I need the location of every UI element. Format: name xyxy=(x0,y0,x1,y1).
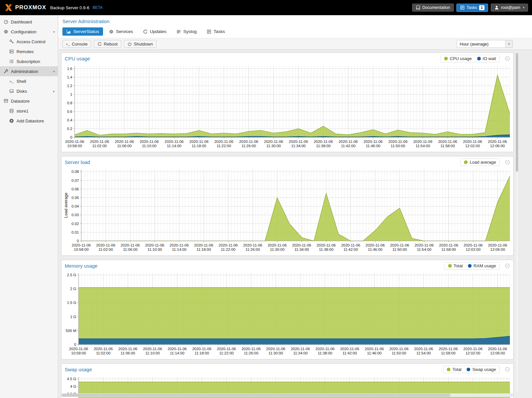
svg-text:0.05: 0.05 xyxy=(72,196,79,200)
console-button[interactable]: >_ Console xyxy=(62,40,91,48)
svg-text:2020-11-0611:26:00: 2020-11-0611:26:00 xyxy=(243,243,262,251)
svg-text:1.6: 1.6 xyxy=(67,67,72,71)
vertical-scrollbar[interactable] xyxy=(515,52,519,392)
beta-link[interactable]: BETA xyxy=(92,5,102,10)
svg-text:1.2: 1.2 xyxy=(67,84,72,88)
tab-label: Tasks xyxy=(214,29,225,34)
panel-title: CPU usage xyxy=(65,56,90,61)
svg-text:2020-11-0611:42:00: 2020-11-0611:42:00 xyxy=(338,140,358,148)
chart-legend: Load average xyxy=(460,158,500,166)
user-menu-button[interactable]: root@pam ▾ xyxy=(491,4,528,12)
sidebar-item-access-control[interactable]: Access Control xyxy=(0,37,58,47)
svg-text:0.07: 0.07 xyxy=(72,179,79,182)
legend-label: Load average xyxy=(470,160,496,165)
legend-dot xyxy=(447,368,450,371)
svg-text:2020-11-0612:02:00: 2020-11-0612:02:00 xyxy=(463,140,482,148)
wrench-icon xyxy=(3,69,9,74)
svg-text:2020-11-0611:54:00: 2020-11-0611:54:00 xyxy=(414,347,433,355)
legend-dot xyxy=(444,57,448,60)
sidebar-item-disks[interactable]: Disks ▸ xyxy=(0,86,58,96)
reboot-button[interactable]: Reboot xyxy=(94,40,121,48)
svg-text:2020-11-0611:26:00: 2020-11-0611:26:00 xyxy=(239,140,258,148)
svg-text:2020-11-0612:02:00: 2020-11-0612:02:00 xyxy=(464,243,483,251)
panel-header: CPU usage CPU usage IO wait xyxy=(61,53,513,64)
svg-text:0: 0 xyxy=(70,135,72,139)
horizontal-scrollbar-thumb[interactable] xyxy=(61,394,450,397)
documentation-button[interactable]: Documentation xyxy=(412,4,454,12)
panel-header: Memory usage Total RAM usage xyxy=(61,260,513,271)
plus-circle-icon xyxy=(9,118,14,123)
svg-text:2020-11-0611:02:00: 2020-11-0611:02:00 xyxy=(94,347,113,355)
reboot-icon xyxy=(97,42,102,46)
collapse-panel-icon[interactable] xyxy=(505,263,510,268)
server-load-panel: Server load Load average 00.010.020.030.… xyxy=(61,156,514,256)
tab-bar: ServerStatus Services Updates Syslog Tas… xyxy=(62,27,528,36)
timeframe-select[interactable]: Hour (average) ▾ xyxy=(457,40,513,48)
svg-text:2020-11-0611:42:00: 2020-11-0611:42:00 xyxy=(340,347,359,355)
panel-title: Server load xyxy=(65,159,90,165)
sidebar-item-configuration[interactable]: Configuration ▾ xyxy=(0,27,58,37)
documentation-label: Documentation xyxy=(422,5,450,10)
svg-text:2020-11-0611:34:00: 2020-11-0611:34:00 xyxy=(292,243,311,251)
chevron-down-icon: ▾ xyxy=(53,70,55,73)
svg-text:1: 1 xyxy=(70,92,72,96)
legend-item: CPU usage xyxy=(444,56,472,61)
legend-label: Total xyxy=(452,367,461,372)
swap-usage-panel: Swap usage Total Swap usage 0500 M1 G1.5… xyxy=(61,363,514,398)
svg-text:2020-11-0611:06:00: 2020-11-0611:06:00 xyxy=(115,140,134,148)
sidebar-item-store1[interactable]: store1 xyxy=(0,106,58,116)
sidebar-item-label: Disks xyxy=(17,89,27,94)
proxmox-logo: PROXMOX xyxy=(4,4,46,12)
svg-text:2020-11-0610:58:00: 2020-11-0610:58:00 xyxy=(65,140,84,148)
tab-syslog[interactable]: Syslog xyxy=(172,27,201,36)
svg-text:2020-11-0611:10:00: 2020-11-0611:10:00 xyxy=(143,347,162,355)
tasks-button[interactable]: Tasks 1 xyxy=(456,4,488,12)
server-load-chart: 00.010.020.030.040.050.060.070.082020-11… xyxy=(62,168,513,255)
sidebar-item-administration[interactable]: Administration ▾ xyxy=(0,66,58,76)
svg-text:4 G: 4 G xyxy=(70,384,76,388)
timeframe-value: Hour (average) xyxy=(457,42,505,47)
tab-label: Services xyxy=(116,29,133,34)
legend-item: Swap usage xyxy=(467,367,496,372)
svg-text:0.6: 0.6 xyxy=(67,110,72,114)
tasks-icon xyxy=(207,29,211,34)
sidebar-item-datastore[interactable]: Datastore xyxy=(0,96,58,106)
vertical-scrollbar-thumb[interactable] xyxy=(516,53,518,172)
svg-text:0: 0 xyxy=(74,343,76,347)
collapse-panel-icon[interactable] xyxy=(505,367,510,372)
shutdown-button[interactable]: Shutdown xyxy=(124,40,157,48)
tab-updates[interactable]: Updates xyxy=(139,27,170,36)
tab-services[interactable]: Services xyxy=(105,27,137,36)
svg-text:0.8: 0.8 xyxy=(67,101,72,105)
sidebar-item-remotes[interactable]: Remotes xyxy=(0,47,58,56)
sidebar-item-shell[interactable]: >_ Shell xyxy=(0,76,58,86)
legend-label: IO wait xyxy=(483,56,496,61)
legend-label: Swap usage xyxy=(472,367,496,372)
main-content: Server Administration ServerStatus Servi… xyxy=(58,15,532,398)
svg-text:2020-11-0611:54:00: 2020-11-0611:54:00 xyxy=(413,140,432,148)
legend-dot xyxy=(464,160,468,164)
toolbar: >_ Console Reboot Shutdown Hour (average… xyxy=(58,38,532,50)
lines-icon xyxy=(176,29,181,34)
collapse-panel-icon[interactable] xyxy=(505,56,510,61)
svg-text:0: 0 xyxy=(77,239,79,243)
combo-trigger[interactable]: ▾ xyxy=(505,40,513,48)
horizontal-scrollbar[interactable] xyxy=(61,393,514,397)
svg-text:4.5 G: 4.5 G xyxy=(67,377,76,381)
svg-text:2020-11-0611:50:00: 2020-11-0611:50:00 xyxy=(388,140,408,148)
tab-tasks[interactable]: Tasks xyxy=(203,27,229,36)
svg-text:2020-11-0611:18:00: 2020-11-0611:18:00 xyxy=(194,243,213,251)
sidebar-item-add-datastore[interactable]: Add Datastore xyxy=(0,116,58,126)
sidebar-item-subscription[interactable]: Subscription xyxy=(0,56,58,66)
svg-text:0.2: 0.2 xyxy=(67,127,72,131)
tab-serverstatus[interactable]: ServerStatus xyxy=(62,27,103,36)
collapse-panel-icon[interactable] xyxy=(505,160,510,165)
svg-text:2020-11-0611:22:00: 2020-11-0611:22:00 xyxy=(214,140,233,148)
svg-text:2020-11-0612:06:00: 2020-11-0612:06:00 xyxy=(488,347,507,355)
svg-text:2020-11-0611:10:00: 2020-11-0611:10:00 xyxy=(145,243,164,251)
sidebar-item-label: Administration xyxy=(11,69,38,74)
svg-text:2020-11-0611:50:00: 2020-11-0611:50:00 xyxy=(389,347,408,355)
gauge-icon xyxy=(3,19,9,24)
sidebar-item-dashboard[interactable]: Dashboard xyxy=(0,17,58,27)
legend-label: Total xyxy=(454,263,463,268)
